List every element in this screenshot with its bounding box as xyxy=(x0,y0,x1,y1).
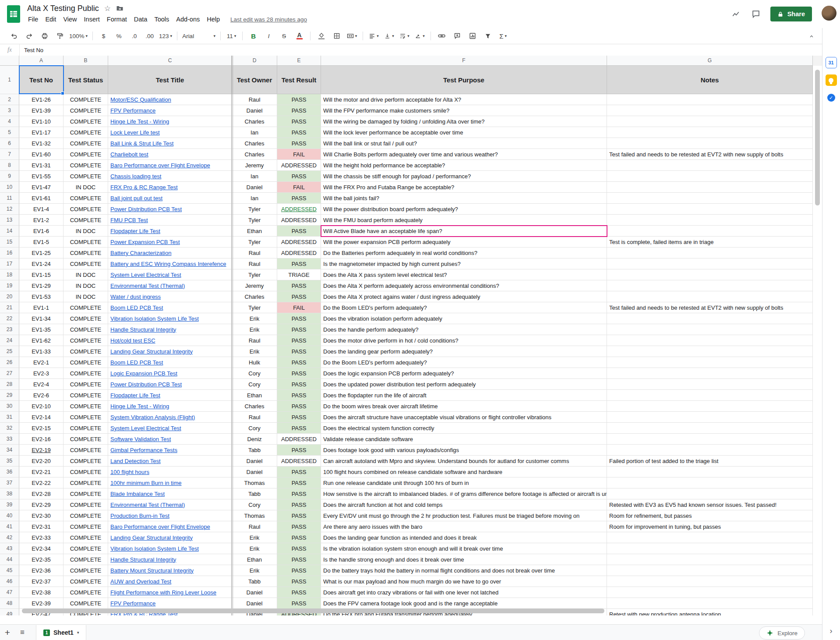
cell-E9[interactable]: PASS xyxy=(277,171,321,182)
row-header-45[interactable]: 45 xyxy=(0,565,19,576)
cell-G29[interactable] xyxy=(607,390,813,401)
cell-C43[interactable]: Vibration Isolation System Life Test xyxy=(108,543,232,554)
row-header-17[interactable]: 17 xyxy=(0,258,19,269)
test-title-link[interactable]: Handle Structural Integrity xyxy=(110,556,176,563)
cell-F32[interactable]: Does the electrical system function corr… xyxy=(321,423,607,434)
cell-B8[interactable]: COMPLETE xyxy=(64,160,108,171)
cell-A17[interactable]: EV1-24 xyxy=(19,258,64,269)
cell-E17[interactable]: PASS xyxy=(277,258,321,269)
test-title-link[interactable]: Handle Structural Integrity xyxy=(110,326,176,333)
row-header-1[interactable]: 1 xyxy=(0,66,19,94)
vertical-scrollbar[interactable] xyxy=(815,70,820,205)
horizontal-scrollbar[interactable] xyxy=(22,608,604,613)
cell-G3[interactable] xyxy=(607,105,813,116)
cell-E2[interactable]: PASS xyxy=(277,94,321,105)
calendar-icon[interactable]: 31 xyxy=(826,57,837,68)
cell-C18[interactable]: System Level Electrical Test xyxy=(108,269,232,280)
cell-G48[interactable] xyxy=(607,598,813,609)
cell-B37[interactable]: COMPLETE xyxy=(64,477,108,488)
cell-B44[interactable]: COMPLETE xyxy=(64,554,108,565)
cell-G32[interactable] xyxy=(607,423,813,434)
cell-G42[interactable] xyxy=(607,532,813,543)
menu-item-edit[interactable]: Edit xyxy=(42,14,60,25)
cell-F38[interactable]: How senstive is the aircraft to imbalanc… xyxy=(321,488,607,499)
test-title-link[interactable]: FPV Performance xyxy=(110,600,155,607)
cell-F4[interactable]: Will the wiring be damaged by folding / … xyxy=(321,116,607,127)
cell-B26[interactable]: COMPLETE xyxy=(64,357,108,368)
cell-G5[interactable] xyxy=(607,127,813,138)
cell-A19[interactable]: EV1-29 xyxy=(19,280,64,291)
undo-button[interactable] xyxy=(6,30,21,42)
cell-C4[interactable]: Hinge Life Test - Wiring xyxy=(108,116,232,127)
cell-E33[interactable]: ADDRESSED xyxy=(277,434,321,445)
cell-A14[interactable]: EV1-6 xyxy=(19,226,64,237)
cell-C37[interactable]: 100hr minimum Burn in time xyxy=(108,477,232,488)
cell-E11[interactable]: PASS xyxy=(277,193,321,204)
cell-G46[interactable] xyxy=(607,576,813,587)
column-header-G[interactable]: G xyxy=(607,56,813,66)
cell-B32[interactable]: COMPLETE xyxy=(64,423,108,434)
test-title-link[interactable]: Environmental Test (Thermal) xyxy=(110,502,185,508)
cell-B33[interactable]: COMPLETE xyxy=(64,434,108,445)
cell-B20[interactable]: IN DOC xyxy=(64,291,108,302)
cell-E24[interactable]: PASS xyxy=(277,335,321,346)
row-header-20[interactable]: 20 xyxy=(0,291,19,302)
cell-G2[interactable] xyxy=(607,94,813,105)
last-edit-link[interactable]: Last edit was 28 minutes ago xyxy=(230,16,307,23)
cell-G36[interactable] xyxy=(607,467,813,477)
select-all-corner[interactable] xyxy=(0,56,19,66)
header-cell-F1[interactable]: Test Purpose xyxy=(321,66,607,94)
cell-F9[interactable]: Will the chassis be stiff enough for pay… xyxy=(321,171,607,182)
cell-B15[interactable]: COMPLETE xyxy=(64,237,108,248)
cell-D30[interactable]: Charles xyxy=(232,401,277,412)
cell-B48[interactable]: COMPLETE xyxy=(64,598,108,609)
cell-B14[interactable]: IN DOC xyxy=(64,226,108,237)
format-percent-button[interactable]: % xyxy=(111,30,127,42)
test-title-link[interactable]: Ball Link & Strut Life Test xyxy=(110,140,173,147)
cell-B4[interactable]: COMPLETE xyxy=(64,116,108,127)
format-currency-button[interactable]: $ xyxy=(96,30,111,42)
row-header-2[interactable]: 2 xyxy=(0,94,19,105)
italic-button[interactable]: I xyxy=(261,30,276,42)
test-title-link[interactable]: Power Distribution PCB Test xyxy=(110,206,182,212)
formula-input[interactable]: Test No xyxy=(19,44,840,56)
menu-item-add-ons[interactable]: Add-ons xyxy=(173,14,203,25)
cell-A10[interactable]: EV1-47 xyxy=(19,182,64,193)
menu-item-view[interactable]: View xyxy=(60,14,80,25)
cell-B18[interactable]: IN DOC xyxy=(64,269,108,280)
row-header-30[interactable]: 30 xyxy=(0,401,19,412)
cell-D15[interactable]: Tyler xyxy=(232,237,277,248)
cell-C25[interactable]: Landing Gear Structural Integrity xyxy=(108,346,232,357)
cell-C35[interactable]: Land Detection Test xyxy=(108,456,232,467)
cell-E29[interactable]: PASS xyxy=(277,390,321,401)
cell-D12[interactable]: Tyler xyxy=(232,204,277,215)
font-size-select[interactable]: 11▾ xyxy=(224,30,239,42)
menu-item-help[interactable]: Help xyxy=(203,14,223,25)
cell-A15[interactable]: EV1-5 xyxy=(19,237,64,248)
cell-D48[interactable]: Daniel xyxy=(232,598,277,609)
row-header-26[interactable]: 26 xyxy=(0,357,19,368)
cell-B34[interactable]: COMPLETE xyxy=(64,445,108,456)
cell-E35[interactable]: ADDRESSED xyxy=(277,456,321,467)
cell-G4[interactable] xyxy=(607,116,813,127)
cell-D37[interactable]: Thomas xyxy=(232,477,277,488)
cell-F43[interactable]: Is the vibration isolation system stron … xyxy=(321,543,607,554)
cell-D32[interactable]: Cory xyxy=(232,423,277,434)
cell-D22[interactable]: Erik xyxy=(232,313,277,324)
cell-F11[interactable]: Will the ball joints fail? xyxy=(321,193,607,204)
borders-button[interactable] xyxy=(329,30,344,42)
row-header-44[interactable]: 44 xyxy=(0,554,19,565)
test-title-link[interactable]: Ball joint pull out test xyxy=(110,195,162,202)
cell-E25[interactable]: PASS xyxy=(277,346,321,357)
menu-item-tools[interactable]: Tools xyxy=(151,14,173,25)
cell-G17[interactable] xyxy=(607,258,813,269)
cell-D18[interactable]: Tyler xyxy=(232,269,277,280)
cell-F35[interactable]: Can aircraft autoland with Mpro and skyv… xyxy=(321,456,607,467)
cell-E48[interactable]: PASS xyxy=(277,598,321,609)
cell-G43[interactable] xyxy=(607,543,813,554)
row-header-41[interactable]: 41 xyxy=(0,521,19,532)
test-title-link[interactable]: Lock Lever Life test xyxy=(110,129,160,136)
row-header-31[interactable]: 31 xyxy=(0,412,19,423)
functions-button[interactable]: Σ▾ xyxy=(495,30,511,42)
cell-E15[interactable]: ADDRESSED xyxy=(277,237,321,248)
